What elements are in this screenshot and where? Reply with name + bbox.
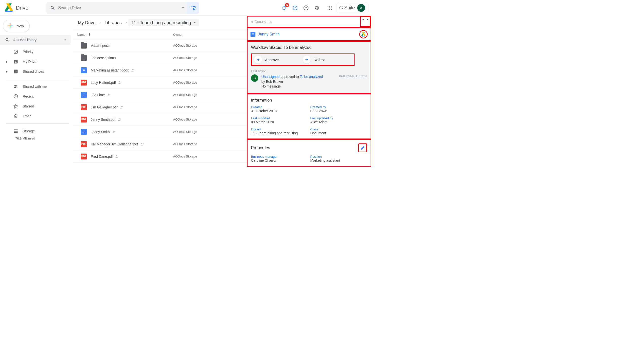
- panel-prev-button[interactable]: [361, 17, 366, 26]
- file-row[interactable]: PDFHR Manager Jim Gallagher.pdfAODocs St…: [73, 138, 246, 150]
- file-row[interactable]: Vacant postsAODocs Storage: [73, 39, 246, 52]
- chevron-right-icon: ›: [99, 20, 100, 25]
- sidebar-item-priority[interactable]: Priority: [0, 47, 73, 57]
- help-sync-icon: ?: [292, 5, 298, 10]
- sidebar-item-shared-drives[interactable]: ▶ Shared drives: [0, 66, 73, 76]
- drive-icon: [361, 32, 366, 36]
- refuse-button[interactable]: Refuse: [303, 56, 351, 64]
- sidebar-item-mydrive[interactable]: ▶ My Drive: [0, 57, 73, 66]
- pdf-icon: PDF: [81, 80, 87, 85]
- search-icon: [50, 5, 55, 10]
- breadcrumb-item[interactable]: Libraries: [102, 19, 124, 26]
- file-name: Joe Lime: [91, 93, 105, 97]
- search-icon: [5, 37, 10, 42]
- pdf-icon: PDF: [81, 154, 87, 159]
- svg-point-37: [118, 118, 120, 119]
- file-name: Job descriptions: [91, 56, 116, 60]
- from-state-link[interactable]: Unassigned: [261, 75, 280, 79]
- nav-label: Shared drives: [23, 69, 44, 73]
- aodocs-dropdown-label: AODocs library: [13, 38, 36, 42]
- nav-label: Recent: [23, 94, 34, 98]
- file-owner: AODocs Storage: [173, 105, 242, 109]
- file-list: Vacant postsAODocs StorageJob descriptio…: [73, 39, 246, 163]
- svg-rect-23: [14, 129, 18, 130]
- breadcrumb-current[interactable]: T1 - Team hiring and recruiting: [128, 19, 200, 26]
- svg-point-8: [328, 7, 328, 8]
- chevron-right-icon: ›: [126, 20, 127, 25]
- file-row[interactable]: WMarketing assistant.docxAODocs Storage: [73, 64, 246, 76]
- panel-nav-arrows: [360, 16, 370, 27]
- aodocs-panel: ◀ Documents Jenny Smith Workflow Status:…: [246, 16, 371, 167]
- aodocs-library-dropdown[interactable]: AODocs library: [0, 35, 70, 45]
- shared-icon: [112, 130, 116, 134]
- shared-icon: [117, 117, 122, 122]
- svg-rect-40: [82, 132, 85, 132]
- arrow-right-icon: [303, 56, 311, 64]
- aodocs-filter-button[interactable]: [188, 2, 199, 14]
- file-row[interactable]: Jenny SmithAODocs Storage: [73, 126, 246, 138]
- panel-doc-title[interactable]: Jenny Smith: [248, 28, 370, 40]
- info-heading: Information: [251, 98, 367, 103]
- svg-point-35: [120, 106, 122, 107]
- svg-rect-15: [10, 26, 12, 26]
- svg-rect-39: [82, 131, 85, 131]
- new-button-label: New: [16, 24, 24, 28]
- dropdown-caret-icon[interactable]: [180, 5, 186, 10]
- help-icon: ?: [303, 5, 309, 10]
- file-row[interactable]: Job descriptionsAODocs Storage: [73, 52, 246, 64]
- file-row[interactable]: PDFJenny Smith.pdfAODocs Storage: [73, 113, 246, 126]
- edit-properties-button[interactable]: [358, 143, 367, 152]
- panel-tab-label: Documents: [255, 20, 272, 24]
- sidebar-item-trash[interactable]: Trash: [0, 111, 73, 121]
- chevron-down-icon: [366, 17, 370, 22]
- drive-logo-icon: [4, 3, 14, 12]
- open-in-drive-button[interactable]: [359, 30, 368, 38]
- gdoc-icon: [81, 92, 87, 98]
- sync-button[interactable]: 6: [281, 4, 288, 11]
- to-state-link[interactable]: To be analyzed: [300, 75, 323, 79]
- column-header-name[interactable]: Name: [77, 32, 173, 36]
- file-owner: AODocs Storage: [173, 155, 242, 158]
- new-button[interactable]: New: [3, 20, 30, 32]
- breadcrumb: My Drive › Libraries › T1 - Team hiring …: [73, 16, 246, 29]
- file-owner: AODocs Storage: [173, 81, 242, 84]
- svg-point-12: [329, 9, 330, 10]
- file-row[interactable]: Joe LimeAODocs Storage: [73, 89, 246, 101]
- file-row[interactable]: PDFLucy Halford.pdfAODocs Storage: [73, 76, 246, 89]
- support-button[interactable]: ?: [292, 4, 298, 11]
- account-avatar[interactable]: A: [357, 4, 365, 12]
- apps-button[interactable]: [326, 4, 333, 11]
- search-input[interactable]: [58, 6, 178, 10]
- sidebar-item-recent[interactable]: Recent: [0, 91, 73, 101]
- panel-tab-header[interactable]: ◀ Documents: [248, 16, 360, 27]
- column-header-owner[interactable]: Owner: [173, 33, 242, 36]
- settings-button[interactable]: [313, 4, 320, 11]
- chevron-down-icon: [193, 21, 197, 25]
- expand-caret-icon[interactable]: ▶: [6, 60, 9, 63]
- file-row[interactable]: PDFFred Dane.pdfAODocs Storage: [73, 150, 246, 163]
- svg-point-36: [122, 106, 123, 107]
- pdf-icon: PDF: [81, 117, 87, 122]
- svg-point-44: [141, 143, 142, 144]
- svg-point-6: [329, 6, 330, 6]
- svg-rect-25: [14, 132, 18, 133]
- actor-avatar: B: [251, 74, 258, 82]
- sidebar-item-storage[interactable]: Storage: [0, 126, 73, 136]
- panel-next-button[interactable]: [366, 17, 370, 26]
- help-button[interactable]: ?: [302, 4, 310, 11]
- sidebar-item-shared-with-me[interactable]: Shared with me: [0, 82, 73, 91]
- workspace-brand[interactable]: G Suite A: [337, 3, 367, 13]
- word-icon: W: [81, 67, 87, 73]
- svg-rect-48: [252, 33, 254, 34]
- expand-caret-icon[interactable]: ▶: [6, 70, 9, 73]
- svg-rect-50: [252, 35, 253, 35]
- svg-point-20: [14, 85, 16, 86]
- sidebar-item-starred[interactable]: Starred: [0, 101, 73, 111]
- search-bar[interactable]: [46, 2, 189, 14]
- drive-logo[interactable]: Drive: [4, 3, 44, 12]
- plus-icon: [7, 22, 14, 29]
- svg-point-11: [328, 9, 328, 10]
- breadcrumb-item[interactable]: My Drive: [76, 19, 98, 26]
- approve-button[interactable]: Approve: [254, 56, 303, 64]
- file-row[interactable]: PDFJim Gallagher.pdfAODocs Storage: [73, 101, 246, 113]
